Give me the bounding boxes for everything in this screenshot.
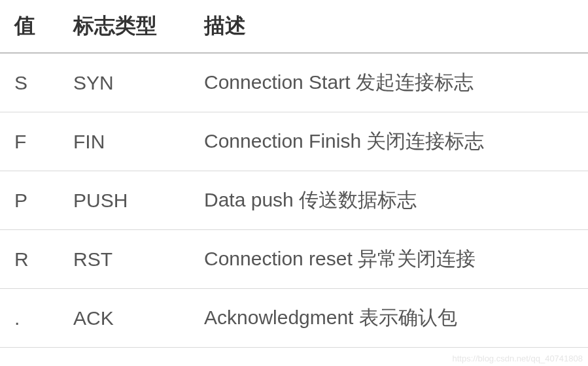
header-flag-type: 标志类型: [59, 0, 190, 53]
header-value: 值: [0, 0, 59, 53]
cell-description: Connection Finish 关闭连接标志: [190, 112, 588, 171]
watermark-text: https://blog.csdn.net/qq_40741808: [453, 354, 583, 363]
cell-description: Connection reset 异常关闭连接: [190, 230, 588, 289]
cell-value: P: [0, 171, 59, 230]
table-row: F FIN Connection Finish 关闭连接标志: [0, 112, 588, 171]
table-row: . ACK Acknowledgment 表示确认包: [0, 289, 588, 348]
cell-flag-type: PUSH: [59, 171, 190, 230]
cell-value: S: [0, 53, 59, 112]
cell-description: Connection Start 发起连接标志: [190, 53, 588, 112]
header-description: 描述: [190, 0, 588, 53]
table-row: R RST Connection reset 异常关闭连接: [0, 230, 588, 289]
tcp-flags-table: 值 标志类型 描述 S SYN Connection Start 发起连接标志 …: [0, 0, 588, 348]
cell-description: Data push 传送数据标志: [190, 171, 588, 230]
cell-value: F: [0, 112, 59, 171]
cell-value: .: [0, 289, 59, 348]
cell-flag-type: RST: [59, 230, 190, 289]
cell-flag-type: ACK: [59, 289, 190, 348]
cell-flag-type: FIN: [59, 112, 190, 171]
cell-flag-type: SYN: [59, 53, 190, 112]
table-row: P PUSH Data push 传送数据标志: [0, 171, 588, 230]
table-header-row: 值 标志类型 描述: [0, 0, 588, 53]
cell-value: R: [0, 230, 59, 289]
table-row: S SYN Connection Start 发起连接标志: [0, 53, 588, 112]
cell-description: Acknowledgment 表示确认包: [190, 289, 588, 348]
